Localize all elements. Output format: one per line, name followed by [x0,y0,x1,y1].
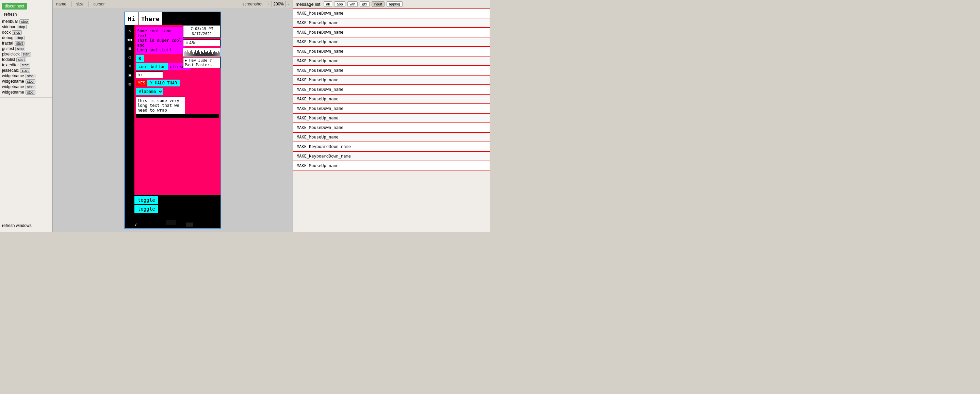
icon-bug: ✳ [126,27,134,35]
svg-rect-17 [200,54,201,56]
filter-btn-all[interactable]: all [324,2,332,7]
icon-grid: ⠿ [126,62,134,70]
process-btn-11[interactable]: stop [25,79,35,84]
process-item-12: widgetnamestop [2,84,50,89]
main-content: 7:03:15 PM 6/17/2021 ⠿ 45o [134,25,221,195]
process-item-2: dockstop [2,30,50,35]
svg-rect-18 [201,51,202,56]
message-item-7: MAKE_MouseUp_name [293,75,490,85]
svg-rect-3 [186,52,186,56]
process-btn-3[interactable]: stop [14,36,24,40]
svg-rect-10 [193,54,194,56]
process-name-9: jessecalc [2,68,19,73]
message-item-0: MAKE_MouseDown_name [293,8,490,18]
message-item-4: MAKE_MouseDown_name [293,47,490,56]
process-btn-13[interactable]: stop [25,90,35,95]
refresh-button[interactable]: refresh [2,11,50,17]
message-item-15: MAKE_KeyboardDown_name [293,151,490,161]
message-item-13: MAKE_MouseUp_name [293,132,490,142]
svg-rect-27 [210,50,211,56]
divider [0,97,52,98]
process-btn-4[interactable]: start [14,41,24,46]
svg-rect-31 [215,51,215,56]
black-square-2 [186,222,193,227]
toolbar-separator [71,2,72,7]
svg-rect-20 [203,53,204,56]
hi-input[interactable] [136,71,163,78]
toolbar-size-label: size [74,2,86,6]
middle-panel: name size cursor screenshot + 200% - Hi … [53,0,293,232]
icons-column: ✳ ◀◀ ▦ ◷ ⠿ ▣ ▤ [125,25,134,98]
process-item-8: texteditorstart [2,63,50,67]
text-block-content: Some cool long text That is super cool a… [137,29,184,52]
filter-btn-applog[interactable]: applog [387,2,402,7]
yes-button[interactable]: YES [136,79,147,86]
filter-btn-gfx[interactable]: gfx [360,2,369,7]
refresh-windows-button[interactable]: refresh windows [0,222,52,229]
icon-rewind: ◀◀ [126,35,134,44]
counter-value: 45o [189,40,197,45]
process-btn-10[interactable]: stop [25,74,35,78]
halo-area: YES Y HALO THAR [136,79,219,86]
icon-clock: ◷ [126,53,134,61]
svg-rect-13 [196,53,197,56]
process-btn-8[interactable]: start [20,63,30,67]
process-btn-1[interactable]: stop [17,25,27,29]
svg-rect-6 [189,53,189,56]
text-block: Some cool long text That is super cool a… [136,27,185,54]
icon-black-sq [126,89,134,97]
svg-rect-12 [195,50,196,56]
app-window: Hi There ✳ ◀◀ ▦ ◷ ⠿ ▣ ▤ [124,11,221,229]
toolbar-cursor-label: cursor [91,2,107,6]
counter-icon: ⠿ [185,41,188,45]
svg-rect-25 [208,53,209,56]
process-item-10: widgetnamestop [2,73,50,78]
process-btn-2[interactable]: stop [12,30,22,35]
svg-rect-11 [194,52,195,56]
process-btn-0[interactable]: stop [19,19,29,24]
process-btn-7[interactable]: start [16,57,26,62]
svg-rect-15 [198,50,199,56]
process-item-13: widgetnamestop [2,90,50,95]
alabama-select[interactable]: Alabama [136,88,163,95]
toggle-button-2[interactable]: toggle [134,205,158,213]
process-name-3: debug [2,35,13,40]
zoom-plus-button[interactable]: + [266,1,272,7]
process-name-2: dock [2,30,11,35]
svg-rect-29 [212,54,213,56]
process-btn-12[interactable]: stop [25,85,35,89]
svg-rect-2 [185,51,185,56]
k-button[interactable]: K [136,55,144,62]
svg-rect-34 [218,53,218,56]
process-item-3: debugstop [2,35,50,40]
waveform-svg [183,48,221,57]
process-btn-9[interactable]: start [20,68,30,73]
process-name-13: widgetname [2,90,24,95]
canvas-area: Hi There ✳ ◀◀ ▦ ◷ ⠿ ▣ ▤ [53,8,293,232]
music-line1: ▶ Hey Jude ♪ [185,58,219,63]
svg-rect-36 [220,52,220,56]
process-item-0: menbuarstop [2,19,50,24]
message-item-3: MAKE_MouseUp_name [293,37,490,47]
music-player: ▶ Hey Jude ♪ Past Masters - [183,57,221,68]
waveform-box [183,48,221,57]
message-list-title: message list [296,2,320,7]
svg-rect-22 [205,52,206,56]
filter-btn-app[interactable]: app [334,2,345,7]
message-item-14: MAKE_KeyboardDown_name [293,142,490,151]
toggle-button-1[interactable]: toggle [134,196,158,204]
process-btn-5[interactable]: stop [15,47,25,51]
filter-btn-win[interactable]: win [347,2,358,7]
disconnect-button[interactable]: disconnect [2,3,27,10]
music-line2: Past Masters - [185,63,219,67]
svg-rect-35 [218,51,219,56]
bottom-section: ↙ [125,214,221,228]
zoom-minus-button[interactable]: - [285,1,291,7]
process-btn-6[interactable]: start [21,52,31,57]
svg-rect-1 [184,52,185,56]
svg-rect-21 [204,50,205,56]
svg-rect-30 [213,52,214,56]
cool-button[interactable]: cool button [136,63,168,70]
svg-rect-7 [190,51,191,56]
filter-btn-input[interactable]: input [372,2,385,7]
